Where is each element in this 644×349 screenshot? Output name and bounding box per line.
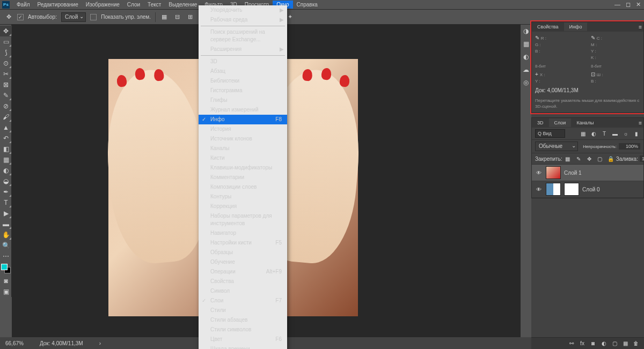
visibility-icon[interactable]: 👁 [535, 187, 543, 192]
fill-input[interactable]: 100% [640, 155, 644, 162]
mask-thumbnail[interactable] [564, 183, 579, 196]
menu-item-цвет[interactable]: ЦветF6 [199, 335, 287, 344]
menu-выделение[interactable]: Выделение [165, 1, 201, 9]
blend-mode-select[interactable]: Обычные [535, 142, 578, 151]
layer-row[interactable]: 👁Слой 0 [532, 181, 643, 198]
panel-menu-icon[interactable]: ≡ [639, 24, 642, 30]
menu-item-история[interactable]: История [199, 124, 287, 134]
menu-item-расширения[interactable]: Расширения▶ [199, 44, 287, 54]
layer-row[interactable]: 👁Слой 1 [532, 165, 643, 181]
menu-изображение[interactable]: Изображение [82, 1, 123, 9]
filter-shape-icon[interactable]: ▬ [611, 130, 619, 137]
zoom-tool[interactable]: 🔍 [0, 240, 12, 251]
menu-item-обучение[interactable]: Обучение [199, 257, 287, 267]
lock-artboard-icon[interactable]: ▢ [596, 155, 604, 162]
path-select-tool[interactable]: ▶ [0, 208, 12, 219]
adjustments-panel-icon[interactable]: ◐ [522, 53, 530, 61]
color-swatches[interactable] [0, 263, 12, 274]
menu-item-клавиши-модификаторы[interactable]: Клавиши-модификаторы [199, 163, 287, 173]
lasso-tool[interactable]: ⟆ [0, 47, 12, 58]
menu-item-операции[interactable]: ОперацииAlt+F9 [199, 267, 287, 277]
menu-item-поиск-расширений-на-сервере-exchange-[interactable]: Поиск расширений на сервере Exchange... [199, 27, 287, 44]
layer-name[interactable]: Слой 1 [564, 170, 582, 176]
layer-name[interactable]: Слой 0 [582, 187, 600, 192]
close-icon[interactable]: ✕ [636, 1, 641, 8]
link-layers-icon[interactable]: ⚯ [568, 340, 575, 347]
menu-item-слои[interactable]: ✓СлоиF7 [199, 296, 287, 306]
tab-properties[interactable]: Свойства [532, 23, 564, 31]
tab-info[interactable]: Инфо [564, 23, 588, 31]
tab-channels[interactable]: Каналы [571, 118, 599, 127]
layers-menu-icon[interactable]: ≡ [639, 120, 642, 126]
layer-thumbnail[interactable] [546, 183, 561, 196]
swatches-panel-icon[interactable]: ▦ [522, 40, 530, 48]
menu-item-3d[interactable]: 3D [199, 57, 287, 66]
shape-tool[interactable]: ▬ [0, 219, 12, 229]
menu-справка[interactable]: Справка [293, 1, 321, 9]
menu-item-абзац[interactable]: Абзац [199, 66, 287, 76]
menu-item-наборы-параметров-для-инструментов[interactable]: Наборы параметров для инструментов [199, 211, 287, 228]
lock-position-icon[interactable]: ✥ [586, 155, 593, 162]
tab-layers[interactable]: Слои [549, 118, 572, 127]
align-left-icon[interactable]: ▦ [160, 13, 169, 21]
menu-item-библиотеки[interactable]: Библиотеки [199, 76, 287, 86]
filter-smart-icon[interactable]: ☼ [622, 130, 630, 137]
history-brush-tool[interactable]: ↶ [0, 133, 12, 144]
cc-panel-icon[interactable]: ◎ [522, 78, 530, 87]
lock-transparent-icon[interactable]: ▦ [564, 155, 572, 162]
menu-item-каналы[interactable]: Каналы [199, 144, 287, 153]
opacity-input[interactable]: 100% [619, 143, 640, 150]
brush-tool[interactable]: 🖌 [0, 112, 12, 122]
menu-item-источник-клонов[interactable]: Источник клонов [199, 134, 287, 144]
align-center-icon[interactable]: ⊟ [173, 13, 181, 21]
hand-tool[interactable]: ✋ [0, 229, 12, 240]
status-arrow-icon[interactable]: › [99, 340, 101, 346]
screen-mode-icon[interactable]: ▣ [0, 286, 12, 297]
color-panel-icon[interactable]: ◑ [522, 27, 530, 35]
layer-mask-icon[interactable]: ◙ [589, 340, 597, 347]
eyedropper-tool[interactable]: ✎ [0, 90, 12, 101]
menu-текст[interactable]: Текст [144, 1, 165, 9]
quick-mask-icon[interactable]: ◙ [0, 276, 12, 286]
layer-thumbnail[interactable] [546, 166, 561, 179]
maximize-icon[interactable]: ◻ [626, 1, 631, 8]
zoom-level[interactable]: 66,67% [5, 340, 24, 346]
frame-tool[interactable]: ⊠ [0, 79, 12, 90]
filter-toggle-icon[interactable]: ▮ [633, 130, 640, 137]
menu-файл[interactable]: Файл [13, 1, 34, 9]
show-controls-checkbox[interactable] [90, 14, 97, 20]
blur-tool[interactable]: ◐ [0, 165, 12, 176]
new-layer-icon[interactable]: ▦ [621, 340, 629, 347]
menu-item-комментарии[interactable]: Комментарии [199, 173, 287, 182]
group-icon[interactable]: ▢ [611, 340, 618, 347]
menu-item-инфо[interactable]: ✓ИнфоF8 [199, 115, 287, 124]
lock-pixels-icon[interactable]: ✎ [575, 155, 582, 162]
menu-item-журнал-измерений[interactable]: Журнал измерений [199, 105, 287, 115]
delete-layer-icon[interactable]: 🗑 [632, 340, 640, 347]
menu-редактирование[interactable]: Редактирование [34, 1, 82, 9]
menu-item-рабочая-среда[interactable]: Рабочая среда▶ [199, 15, 287, 25]
menu-item-образцы[interactable]: Образцы [199, 248, 287, 257]
dodge-tool[interactable]: ◒ [0, 176, 12, 187]
marquee-tool[interactable]: ▭ [0, 36, 12, 47]
menu-item-символ[interactable]: Символ [199, 286, 287, 296]
menu-item-шкала-времени[interactable]: Шкала времени [199, 344, 287, 349]
lock-all-icon[interactable]: 🔒 [607, 155, 614, 162]
menu-item-упорядочить[interactable]: Упорядочить▶ [199, 5, 287, 15]
autoselect-checkbox[interactable] [17, 14, 24, 20]
edit-toolbar[interactable]: ⋯ [0, 251, 12, 262]
tab-3d[interactable]: 3D [532, 118, 549, 127]
menu-item-гистограмма[interactable]: Гистограмма [199, 86, 287, 95]
menu-item-контуры[interactable]: Контуры [199, 192, 287, 202]
menu-item-глифы[interactable]: Глифы [199, 95, 287, 105]
filter-pixel-icon[interactable]: ▦ [579, 130, 587, 137]
menu-item-кисти[interactable]: Кисти [199, 153, 287, 163]
quick-select-tool[interactable]: ⊙ [0, 58, 12, 69]
filter-adjust-icon[interactable]: ◐ [590, 130, 597, 137]
layer-filter-select[interactable]: Q Вид [535, 129, 565, 138]
filter-type-icon[interactable]: T [601, 130, 608, 137]
crop-tool[interactable]: ✂ [0, 69, 12, 79]
menu-item-навигатор[interactable]: Навигатор [199, 228, 287, 238]
healing-tool[interactable]: ⊘ [0, 101, 12, 112]
align-right-icon[interactable]: ⊞ [186, 13, 194, 21]
